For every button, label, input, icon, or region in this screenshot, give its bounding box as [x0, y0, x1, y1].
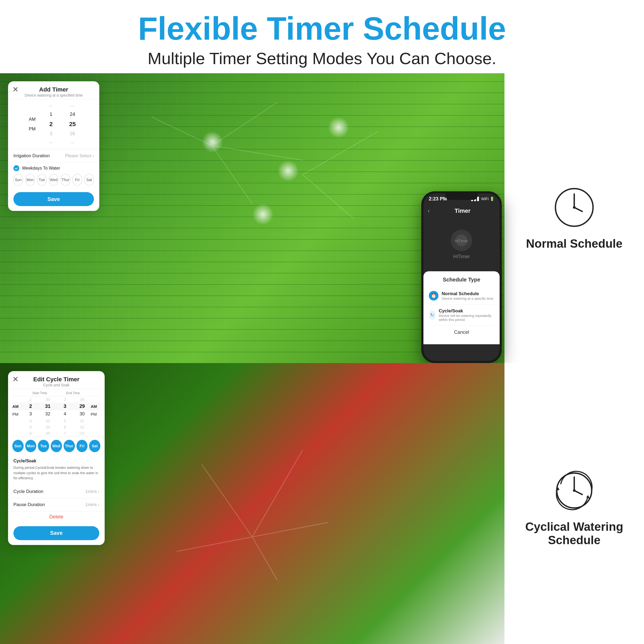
cycle-picker-rows: 1 30 2 28 AM 2 31 3 29: [12, 396, 100, 437]
picker-row-6: 6 35 7 33: [12, 430, 100, 436]
save-button[interactable]: Save: [13, 192, 94, 206]
row4-m2: 31: [74, 419, 91, 423]
svg-line-3: [151, 117, 212, 146]
day-fri[interactable]: Fri: [72, 174, 82, 186]
svg-line-5: [303, 175, 353, 218]
day-wed[interactable]: Wed: [49, 174, 58, 186]
right-panel-top: Normal Schedule: [504, 73, 644, 363]
cycle-close-icon[interactable]: ✕: [12, 375, 19, 384]
cyclical-label-container: Cyclical Watering Schedule: [525, 520, 623, 547]
pause-duration-row[interactable]: Pause Duration 1mins ›: [8, 498, 105, 511]
normal-schedule-option[interactable]: ⏰ Normal Schedule Device watering at a s…: [429, 287, 494, 305]
day-btn-fri[interactable]: Fri: [76, 440, 88, 452]
dialog-title: Add Timer: [25, 86, 83, 93]
svg-line-10: [574, 207, 582, 211]
normal-schedule-icon: ⏰: [429, 291, 438, 301]
hour-down: ﹀: [49, 138, 53, 148]
cancel-button[interactable]: Cancel: [429, 326, 494, 339]
irrigation-duration-row[interactable]: Irrigation Duration Please Select ›: [8, 149, 99, 163]
normal-schedule-title: Normal Schedule: [442, 291, 493, 297]
day-btn-wed[interactable]: Wed: [51, 440, 62, 452]
day-mon[interactable]: Mon: [25, 174, 35, 186]
cycle-duration-value: 1mins ›: [85, 489, 99, 494]
day-btn-mon[interactable]: Mon: [25, 440, 36, 452]
phone-time: 2:23 PM: [429, 196, 447, 202]
cycle-dialog-subtitle: Cycle and Soak: [33, 383, 79, 387]
cyclical-label-2: Schedule: [525, 533, 623, 547]
cycle-soak-desc-text: During period,Cycle&Soak breaks watering…: [13, 465, 99, 481]
row5-h2: 6: [56, 425, 74, 429]
ampm-pm[interactable]: PM: [29, 124, 36, 134]
row5-h1: 5: [22, 425, 39, 429]
hi-timer-label: HiTimer: [453, 254, 470, 259]
row3-h2: 4: [56, 411, 74, 417]
ampm-header: [12, 391, 23, 395]
row5-m2: 32: [74, 425, 91, 429]
normal-schedule-desc: Device watering at a specific time: [442, 297, 493, 301]
row3-ampm: PM: [12, 412, 22, 416]
phone-nav-title: Timer: [430, 207, 495, 214]
day-btn-tue[interactable]: Tue: [38, 440, 49, 452]
cycle-soak-desc-phone: Device will be watering repeatedly withi…: [439, 314, 494, 322]
weekdays-label: Weekdays To Water: [22, 166, 60, 171]
cycle-dialog-title: Edit Cycle Timer: [33, 376, 79, 383]
hi-timer-icon: HiTimer: [451, 230, 472, 251]
day-sat[interactable]: Sat: [84, 174, 94, 186]
close-icon[interactable]: ✕: [12, 85, 19, 94]
pause-duration-label: Pause Duration: [13, 502, 45, 507]
cycle-duration-row[interactable]: Cycle Duration 1mins ›: [8, 485, 105, 498]
row3-h1: 3: [22, 411, 39, 417]
row4-h2: 5: [56, 419, 74, 423]
picker-row-4: 4 33 5 31: [12, 418, 100, 424]
min-up: ︿: [70, 100, 75, 110]
min-26[interactable]: 26: [70, 129, 75, 138]
clock-icon: [553, 186, 596, 229]
hour-1[interactable]: 1: [50, 110, 52, 119]
cycle-save-button[interactable]: Save: [13, 526, 99, 540]
irrigation-value: Please Select ›: [65, 153, 94, 158]
back-icon[interactable]: ‹: [428, 207, 430, 214]
right-panel-bottom: Cyclical Watering Schedule: [504, 363, 644, 644]
irrigation-label: Irrigation Duration: [13, 153, 50, 159]
row2-h2: 3: [56, 404, 74, 409]
weekdays-section: Weekdays To Water Sun Mon Tue Wed Thur F…: [8, 163, 99, 188]
row3-m1: 32: [39, 411, 56, 417]
day-btn-sun[interactable]: Sun: [12, 440, 24, 452]
start-time-header: Start Time: [23, 391, 56, 395]
hour-3[interactable]: 3: [50, 129, 52, 138]
cycle-timer-dialog: ✕ Edit Cycle Timer Cycle and Soak Start …: [8, 371, 105, 545]
phone-frame: 2:23 PM ▋▋▋ WiFi 🔋 ‹ Timer: [421, 191, 502, 363]
svg-line-15: [177, 537, 252, 551]
row4-h1: 4: [22, 419, 39, 423]
ampm-header-right: [90, 391, 100, 395]
bottom-bg-image: ✕ Edit Cycle Timer Cycle and Soak Start …: [0, 363, 504, 644]
svg-point-11: [573, 206, 576, 209]
day-thur[interactable]: Thur: [61, 174, 70, 186]
weekdays-check-row[interactable]: Weekdays To Water: [13, 165, 94, 171]
min-25-selected[interactable]: 25: [69, 119, 76, 129]
hour-2-selected[interactable]: 2: [49, 119, 53, 129]
day-tue[interactable]: Tue: [37, 174, 47, 186]
delete-button[interactable]: Delete: [8, 511, 105, 522]
cycle-soak-option-icon: ↻: [429, 310, 436, 320]
day-btn-sat[interactable]: Sat: [89, 440, 100, 452]
phone-mockup: 2:23 PM ▋▋▋ WiFi 🔋 ‹ Timer: [421, 191, 502, 363]
hour-column: ︿ 1 2 3 ﹀: [40, 100, 62, 148]
row2-ampm: AM: [12, 404, 22, 409]
cycle-duration-label: Cycle Duration: [13, 489, 43, 494]
bottom-row: ✕ Edit Cycle Timer Cycle and Soak Start …: [0, 363, 644, 644]
row4-m1: 33: [39, 419, 56, 423]
svg-line-19: [574, 491, 582, 495]
ampm-am[interactable]: AM: [29, 115, 36, 124]
main-title: Flexible Timer Schedule: [5, 11, 639, 46]
min-24[interactable]: 24: [70, 110, 75, 119]
day-btn-thur[interactable]: Thur: [64, 440, 75, 452]
schedule-modal: Schedule Type ⏰ Normal Schedule Device w…: [423, 271, 500, 344]
cycle-soak-option[interactable]: ↻ Cycle/Soak Device will be watering rep…: [429, 305, 494, 326]
row1-h1: 1: [22, 397, 39, 402]
row3-ampm2: PM: [91, 412, 100, 416]
day-sun[interactable]: Sun: [13, 174, 23, 186]
row6-h2: 7: [56, 431, 74, 436]
end-time-header: End Time: [56, 391, 90, 395]
cycle-picker-headers: Start Time End Time: [12, 390, 100, 396]
